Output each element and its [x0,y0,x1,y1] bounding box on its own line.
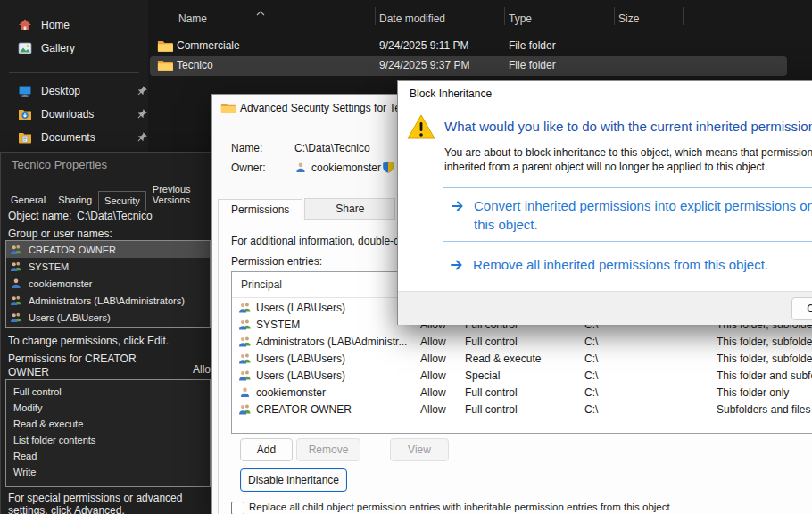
column-header-date-modified[interactable]: Date modified [379,12,445,25]
group-list-item[interactable]: CREATOR OWNER [6,241,210,258]
entry-inherited-from: C:\ [584,403,598,416]
group-list: CREATOR OWNER SYSTEM cookiemonster Admin… [5,240,211,328]
column-divider [683,7,684,25]
user-icon [238,386,252,398]
entry-inherited-from: C:\ [584,369,598,382]
tab-share[interactable]: Share [304,198,395,220]
group-icon [238,302,252,313]
permission-item[interactable]: Read [6,448,210,464]
permission-entry-row[interactable]: Administrators (LAB\Administr... Allow F… [233,333,812,350]
column-header-principal[interactable]: Principal [241,278,282,291]
name-label: Name: [231,142,262,154]
replace-permissions-checkbox[interactable] [231,502,244,514]
gallery-icon [18,41,32,55]
entry-type: Allow [420,386,446,399]
permissions-for-label: Permissions for CREATOR OWNER [8,352,151,379]
tab-security[interactable]: Security [98,191,146,211]
entry-principal: Users (LAB\Users) [256,302,345,314]
entry-principal: Users (LAB\Users) [256,352,345,365]
tab-sharing[interactable]: Sharing [52,190,98,211]
entry-applies-to: This folder and subfolders [717,369,812,382]
command-link-label: Remove all inherited permissions from th… [473,255,768,274]
arrow-right-icon [450,258,464,272]
group-list-item[interactable]: SYSTEM [6,258,210,275]
view-button[interactable]: View [390,438,449,461]
group-icon [238,336,252,347]
sidebar-divider [9,72,139,73]
sidebar-item-label: Gallery [41,42,75,54]
permission-label: Full control [13,386,62,397]
entry-access: Read & execute [465,352,541,365]
sidebar-item-downloads[interactable]: Downloads [4,104,159,125]
disable-inheritance-button[interactable]: Disable inheritance [240,468,347,492]
tab-general[interactable]: General [4,190,52,211]
permission-label: Read & execute [13,419,83,429]
dialog-heading: What would you like to do with the curre… [444,119,812,134]
permission-item[interactable]: Read & execute [6,416,210,432]
group-name: cookiemonster [29,278,93,289]
group-icon [10,244,22,255]
user-icon [294,162,307,173]
documents-icon [18,130,32,145]
group-list-item[interactable]: Administrators (LAB\Administrators) [6,292,210,309]
permission-entry-row[interactable]: Users (LAB\Users) Allow Read & execute C… [233,350,812,367]
permission-label: Read [13,451,37,461]
sidebar-item-documents[interactable]: Documents [4,127,159,148]
permission-entries-label: Permission entries: [231,255,322,268]
group-icon [238,403,252,415]
group-icon [238,319,252,330]
remove-permissions-command-link[interactable]: Remove all inherited permissions from th… [443,247,812,281]
entry-type: Allow [420,403,446,416]
advanced-tab-bar: Permissions Share [218,198,397,220]
name-value: C:\Data\Tecnico [294,142,370,154]
command-link-label: Convert inherited permissions into expli… [474,196,812,234]
pin-icon [137,108,148,119]
entry-access: Full control [465,403,518,416]
sidebar-item-home[interactable]: Home [4,14,159,36]
object-name-label: Object name: [8,210,71,222]
entry-principal: SYSTEM [256,319,300,331]
permission-item[interactable]: Modify [6,400,210,416]
entry-inherited-from: C:\ [584,386,598,399]
column-header-type[interactable]: Type [509,12,532,25]
arrow-right-icon [451,199,465,213]
group-list-item[interactable]: cookiemonster [6,275,210,292]
column-header-size[interactable]: Size [618,12,639,25]
convert-permissions-command-link[interactable]: Convert inherited permissions into expli… [443,187,812,242]
sidebar-item-label: Home [41,19,70,31]
permission-item[interactable]: Full control [6,384,210,400]
sidebar-item-label: Desktop [41,85,80,97]
group-name: Users (LAB\Users) [29,312,111,323]
group-icon [238,369,252,381]
permission-entry-row[interactable]: Users (LAB\Users) Allow Special C:\ This… [233,367,812,384]
sidebar-item-gallery[interactable]: Gallery [4,37,159,59]
group-icon [10,311,22,323]
dialog-title: Tecnico Properties [12,158,107,171]
column-header-name[interactable]: Name [178,12,207,25]
permission-entry-row[interactable]: CREATOR OWNER Allow Full control C:\ Sub… [233,401,812,418]
dialog-body: You are about to block inheritance to th… [444,145,812,174]
file-row[interactable]: Commerciale 9/24/2025 9:11 PM File folde… [150,37,787,56]
sort-ascending-icon [256,4,265,9]
permission-item[interactable]: List folder contents [6,432,210,448]
group-name: CREATOR OWNER [29,245,116,255]
file-date-modified: 9/24/2025 9:11 PM [379,39,469,52]
group-list-item[interactable]: Users (LAB\Users) [6,309,210,326]
entry-applies-to: This folder, subfolders and files [717,352,812,365]
user-icon [10,278,22,289]
owner-label: Owner: [231,162,266,174]
remove-button[interactable]: Remove [296,438,360,461]
permission-item[interactable]: Write [6,464,210,480]
group-icon [10,294,22,306]
folder-icon [157,59,173,72]
permission-entry-row[interactable]: cookiemonster Allow Full control C:\ Thi… [233,384,812,401]
entry-applies-to: This folder, subfolders and files [717,336,812,348]
cancel-button[interactable]: Cancel [791,297,812,320]
column-divider [614,7,615,25]
sidebar-item-desktop[interactable]: Desktop [4,80,159,102]
column-divider [375,7,376,25]
group-icon [238,352,252,364]
add-button[interactable]: Add [240,438,293,461]
tab-permissions[interactable]: Permissions [218,199,302,220]
file-row[interactable]: Tecnico 9/24/2025 9:37 PM File folder [150,56,787,76]
